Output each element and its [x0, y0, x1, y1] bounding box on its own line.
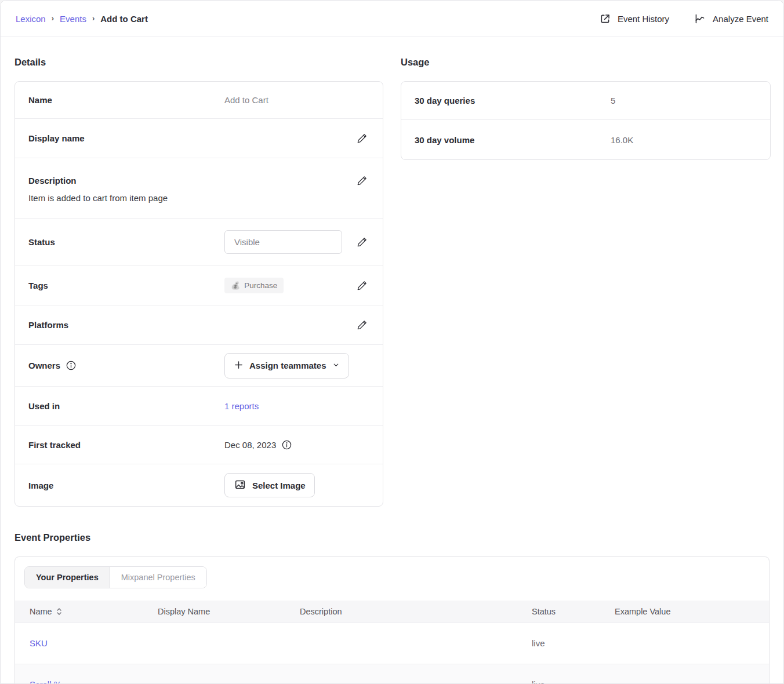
- detail-row-owners: Owners Assign teammates: [15, 345, 383, 387]
- edit-tags-button[interactable]: [355, 278, 369, 293]
- owners-label: Owners: [28, 361, 60, 370]
- select-image-button[interactable]: Select Image: [224, 473, 315, 497]
- status-column-header: Status: [532, 601, 615, 623]
- detail-row-display-name: Display name: [15, 119, 383, 158]
- event-properties-title: Event Properties: [14, 532, 770, 543]
- event-properties-card: Your Properties Mixpanel Properties Name: [14, 556, 770, 684]
- description-column-header: Description: [300, 601, 532, 623]
- breadcrumb-separator-icon: ›: [52, 14, 54, 23]
- breadcrumb-current-event: Add to Cart: [100, 14, 148, 24]
- detail-row-used-in: Used in 1 reports: [15, 387, 383, 426]
- edit-description-button[interactable]: [355, 173, 369, 188]
- tab-your-properties[interactable]: Your Properties: [25, 567, 110, 588]
- platforms-label: Platforms: [28, 320, 224, 330]
- name-column-header: Name: [30, 607, 52, 616]
- breadcrumb-separator-icon: ›: [92, 14, 95, 23]
- usage-card: 30 day queries 5 30 day volume 16.0K: [401, 81, 771, 160]
- description-label: Description: [28, 176, 224, 185]
- event-history-label: Event History: [618, 14, 669, 24]
- queries-value: 5: [611, 96, 615, 105]
- analyze-event-label: Analyze Event: [713, 14, 768, 24]
- properties-table-header-row: Name Display Name Description: [15, 601, 769, 623]
- details-card: Name Add to Cart Display name: [14, 81, 383, 507]
- money-bag-icon: 💰: [231, 281, 240, 290]
- edit-status-button[interactable]: [355, 235, 369, 249]
- detail-row-status: Status: [15, 219, 383, 266]
- first-tracked-info-icon[interactable]: [281, 439, 292, 450]
- first-tracked-label: First tracked: [28, 440, 224, 450]
- property-name-link[interactable]: Scroll %: [30, 679, 61, 684]
- pencil-icon: [356, 236, 368, 248]
- sort-by-name-control[interactable]: Name: [30, 607, 62, 616]
- analyze-event-button[interactable]: Analyze Event: [694, 13, 768, 25]
- plus-icon: [234, 360, 244, 372]
- tags-label: Tags: [28, 281, 224, 290]
- volume-value: 16.0K: [611, 135, 633, 145]
- usage-row-volume: 30 day volume 16.0K: [401, 120, 770, 159]
- property-example-value-cell: [615, 664, 769, 684]
- properties-tab-group: Your Properties Mixpanel Properties: [24, 566, 207, 588]
- pencil-icon: [356, 132, 368, 144]
- usage-title: Usage: [401, 57, 771, 68]
- event-name-value: Add to Cart: [224, 95, 268, 105]
- details-section: Details Name Add to Cart Display name: [14, 37, 383, 507]
- description-text: Item is added to cart from item page: [28, 193, 369, 203]
- top-actions: Event History Analyze Event: [599, 13, 768, 25]
- breadcrumb-events-link[interactable]: Events: [60, 14, 86, 24]
- select-image-label: Select Image: [252, 481, 306, 490]
- volume-label: 30 day volume: [415, 135, 611, 145]
- first-tracked-date: Dec 08, 2023: [224, 440, 276, 450]
- status-input[interactable]: [224, 230, 342, 254]
- property-name-link[interactable]: SKU: [30, 638, 48, 648]
- event-history-button[interactable]: Event History: [599, 13, 669, 25]
- breadcrumb: Lexicon › Events › Add to Cart: [16, 14, 148, 24]
- chevron-down-icon: [332, 361, 340, 370]
- property-status-cell: live: [532, 623, 615, 664]
- event-properties-section: Event Properties Your Properties Mixpane…: [14, 532, 770, 684]
- pencil-icon: [356, 319, 368, 331]
- tag-purchase-chip[interactable]: 💰 Purchase: [224, 278, 284, 293]
- detail-row-first-tracked: First tracked Dec 08, 2023: [15, 426, 383, 464]
- edit-display-name-button[interactable]: [355, 131, 369, 145]
- sort-arrows-icon: [56, 607, 62, 616]
- properties-table: Name Display Name Description: [15, 601, 769, 684]
- used-in-reports-link[interactable]: 1 reports: [224, 401, 259, 411]
- lexicon-event-detail-page: Lexicon › Events › Add to Cart Event His…: [0, 0, 784, 684]
- property-description-cell: [300, 664, 532, 684]
- main-content: Details Name Add to Cart Display name: [1, 37, 783, 684]
- assign-teammates-button[interactable]: Assign teammates: [224, 353, 349, 379]
- property-status-cell: live: [532, 664, 615, 684]
- image-icon: [234, 478, 246, 493]
- detail-row-platforms: Platforms: [15, 305, 383, 345]
- external-link-icon: [599, 13, 611, 25]
- property-description-cell: [300, 623, 532, 664]
- tab-mixpanel-properties[interactable]: Mixpanel Properties: [110, 567, 206, 588]
- property-example-value-cell: [615, 623, 769, 664]
- details-title: Details: [14, 57, 383, 68]
- detail-row-image: Image Select Image: [15, 464, 383, 506]
- usage-section: Usage 30 day queries 5 30 day volume 16.…: [401, 37, 771, 160]
- tag-label: Purchase: [244, 281, 277, 290]
- name-label: Name: [28, 95, 224, 105]
- property-display-name-cell: [158, 664, 300, 684]
- display-name-label: Display name: [28, 133, 224, 143]
- usage-row-queries: 30 day queries 5: [401, 82, 770, 120]
- status-label: Status: [28, 237, 224, 247]
- display-name-column-header: Display Name: [158, 601, 300, 623]
- used-in-label: Used in: [28, 401, 224, 411]
- detail-row-tags: Tags 💰 Purchase: [15, 266, 383, 305]
- pencil-icon: [356, 279, 368, 292]
- example-value-column-header: Example Value: [615, 601, 769, 623]
- owners-info-icon[interactable]: [66, 360, 77, 371]
- assign-teammates-label: Assign teammates: [249, 361, 326, 370]
- pencil-icon: [356, 174, 368, 187]
- image-label: Image: [28, 481, 224, 490]
- line-chart-icon: [694, 13, 706, 25]
- edit-platforms-button[interactable]: [355, 318, 369, 332]
- property-row-scroll-percent: Scroll % live: [15, 664, 769, 684]
- top-bar: Lexicon › Events › Add to Cart Event His…: [1, 1, 783, 37]
- detail-row-name: Name Add to Cart: [15, 82, 383, 119]
- property-row-sku: SKU live: [15, 623, 769, 664]
- queries-label: 30 day queries: [415, 96, 611, 105]
- breadcrumb-lexicon-link[interactable]: Lexicon: [16, 14, 46, 24]
